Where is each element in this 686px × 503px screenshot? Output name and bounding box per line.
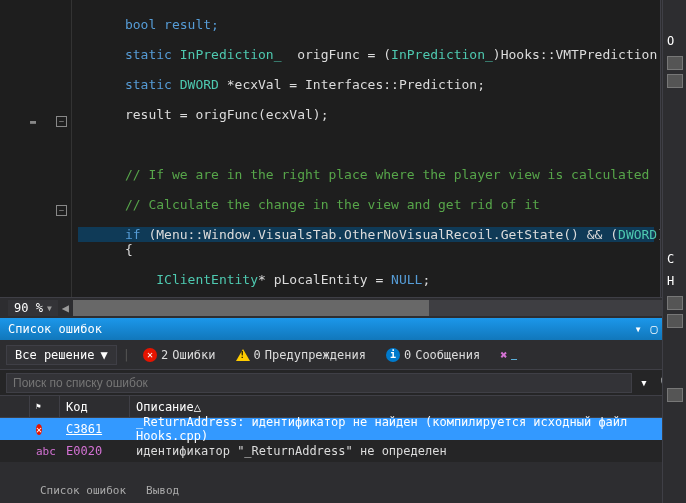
tab-output[interactable]: Вывод (136, 481, 189, 503)
code-content[interactable]: bool result; static InPrediction_ origFu… (72, 0, 660, 297)
chevron-down-icon: ▼ (100, 348, 107, 362)
collapsed-panel[interactable]: O (663, 30, 686, 52)
zoom-dropdown[interactable]: 90 %▼ (8, 300, 58, 316)
code-token: origFunc = ( (282, 47, 392, 62)
error-description: идентификатор "_ReturnAddress" не опреде… (130, 442, 686, 460)
right-sidebar: O С Н (662, 0, 686, 503)
code-token: ; (422, 272, 430, 287)
code-token: static (125, 77, 180, 92)
col-desc-label: Описание (136, 400, 194, 414)
zoom-value: 90 % (14, 301, 43, 315)
collapsed-panel[interactable]: Н (663, 270, 686, 292)
errors-label: Ошибки (172, 348, 215, 362)
collapsed-panel-icon[interactable] (667, 314, 683, 328)
code-token: result = origFunc(ecxVal); (125, 107, 329, 122)
error-row[interactable]: ✕ C3861 _ReturnAddress: идентификатор не… (0, 418, 686, 440)
code-token: DWORD (180, 77, 219, 92)
code-comment: // Calculate the change in the view and … (125, 197, 540, 212)
bottom-tab-bar: Список ошибок Вывод (0, 481, 189, 503)
warnings-filter[interactable]: 0 Предупреждения (229, 345, 373, 365)
breakpoint-margin[interactable]: ▬ (30, 116, 36, 127)
code-token: bool result; (125, 17, 219, 32)
editor-footer: 90 %▼ ◀ ▶ (0, 298, 686, 318)
code-token: IClientEntity (156, 272, 258, 287)
info-label: Сообщения (415, 348, 480, 362)
col-code[interactable]: Код (60, 396, 130, 417)
intellisense-icon: abc (36, 445, 56, 458)
code-token: static (125, 47, 180, 62)
window-position-icon[interactable]: ▾ (630, 322, 646, 336)
col-icon[interactable] (0, 396, 30, 417)
code-token: if (125, 227, 141, 242)
errors-count: 2 (161, 348, 168, 362)
horizontal-scrollbar[interactable] (73, 300, 667, 316)
code-token: InPrediction_ (180, 47, 282, 62)
collapsed-panel-icon[interactable] (667, 388, 683, 402)
error-icon: ✕ (36, 424, 42, 435)
messages-filter[interactable]: i0 Сообщения (379, 345, 487, 365)
error-grid-body: ✕ C3861 _ReturnAddress: идентификатор не… (0, 418, 686, 462)
fold-toggle[interactable]: − (56, 116, 67, 127)
error-list-toolbar: Все решение▼ | ✕2 Ошибки 0 Предупреждени… (0, 340, 686, 370)
collapsed-panel-icon[interactable] (667, 296, 683, 310)
error-code: E0020 (66, 444, 102, 458)
build-intellisense-filter[interactable]: ✖⎯ (493, 345, 524, 365)
code-token: * pLocalEntity = (258, 272, 391, 287)
panel-title: Список ошибок (8, 322, 630, 336)
sort-icon: △ (194, 400, 201, 414)
error-search-bar: ▾ 🔍 (0, 370, 686, 396)
code-token: *ecxVal = Interfaces::Prediction; (219, 77, 485, 92)
collapsed-panel-icon[interactable] (667, 74, 683, 88)
warn-label: Предупреждения (265, 348, 366, 362)
separator: | (123, 348, 130, 362)
error-row[interactable]: abc E0020 идентификатор "_ReturnAddress"… (0, 440, 686, 462)
scope-dropdown[interactable]: Все решение▼ (6, 345, 117, 365)
code-token: DWORD (618, 227, 657, 242)
error-description: _ReturnAddress: идентификатор не найден … (130, 413, 686, 445)
info-count: 0 (404, 348, 411, 362)
scrollbar-thumb[interactable] (73, 300, 429, 316)
scope-label: Все решение (15, 348, 94, 362)
errors-filter[interactable]: ✕2 Ошибки (136, 345, 223, 365)
code-token: InPrediction_ (391, 47, 493, 62)
info-icon: i (386, 348, 400, 362)
error-search-input[interactable] (6, 373, 632, 393)
fold-toggle[interactable]: − (56, 205, 67, 216)
search-dropdown-icon[interactable]: ▾ (632, 375, 656, 390)
scroll-left-icon[interactable]: ◀ (62, 301, 69, 315)
pin-icon[interactable]: ▢ (646, 322, 662, 336)
tab-error-list[interactable]: Список ошибок (30, 481, 136, 503)
error-icon: ✕ (143, 348, 157, 362)
chevron-down-icon: ▼ (47, 304, 52, 313)
error-list-header: Список ошибок ▾ ▢ ✕ (0, 318, 686, 340)
code-token: { (125, 242, 133, 257)
code-token: )Hooks::VMTPrediction.GetOriginalFunct (493, 47, 660, 62)
warn-count: 0 (254, 348, 261, 362)
warning-icon (236, 349, 250, 361)
col-code-label: Код (66, 400, 88, 414)
code-editor[interactable]: − − ▬ bool result; static InPrediction_ … (0, 0, 686, 298)
editor-gutter: − − ▬ (0, 0, 72, 297)
code-token: NULL (391, 272, 422, 287)
collapsed-panel-icon[interactable] (667, 56, 683, 70)
code-comment: // If we are in the right place where th… (125, 167, 649, 182)
col-type[interactable]: ⚑ (30, 396, 60, 417)
code-token: (Menu::Window.VisualsTab.OtherNoVisualRe… (141, 227, 618, 242)
collapsed-panel[interactable]: С (663, 248, 686, 270)
error-code-link[interactable]: C3861 (66, 422, 102, 436)
